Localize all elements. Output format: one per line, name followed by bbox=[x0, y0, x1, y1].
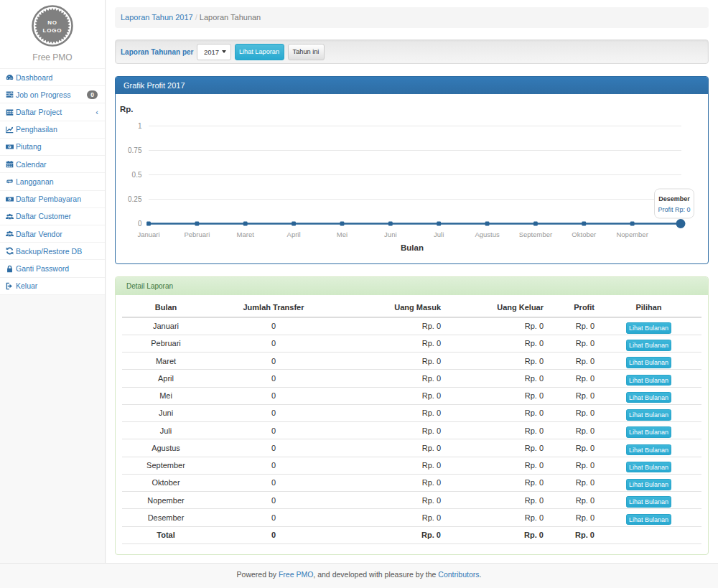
svg-text:Nopember: Nopember bbox=[616, 230, 648, 238]
svg-text:Desember: Desember bbox=[658, 195, 690, 202]
svg-text:Rp.: Rp. bbox=[120, 105, 134, 113]
svg-text:September: September bbox=[519, 230, 552, 238]
svg-text:Mei: Mei bbox=[337, 230, 348, 238]
svg-text:Oktober: Oktober bbox=[572, 230, 596, 238]
svg-text:Agustus: Agustus bbox=[475, 230, 500, 238]
svg-text:April: April bbox=[287, 230, 301, 238]
svg-text:Juli: Juli bbox=[434, 230, 444, 238]
svg-text:Juni: Juni bbox=[384, 230, 396, 238]
svg-text:Bulan: Bulan bbox=[401, 243, 424, 252]
svg-text:0.75: 0.75 bbox=[128, 146, 142, 154]
svg-text:Januari: Januari bbox=[137, 230, 159, 238]
svg-text:Maret: Maret bbox=[237, 230, 255, 238]
svg-text:LOGO: LOGO bbox=[43, 27, 62, 34]
svg-text:0.25: 0.25 bbox=[128, 195, 142, 203]
svg-text:1: 1 bbox=[138, 122, 142, 130]
svg-text:NO: NO bbox=[47, 19, 57, 26]
svg-text:0: 0 bbox=[138, 220, 142, 228]
svg-text:Profit Rp: 0: Profit Rp: 0 bbox=[658, 206, 690, 213]
svg-text:0.5: 0.5 bbox=[132, 171, 142, 179]
svg-text:Pebruari: Pebruari bbox=[184, 230, 210, 238]
